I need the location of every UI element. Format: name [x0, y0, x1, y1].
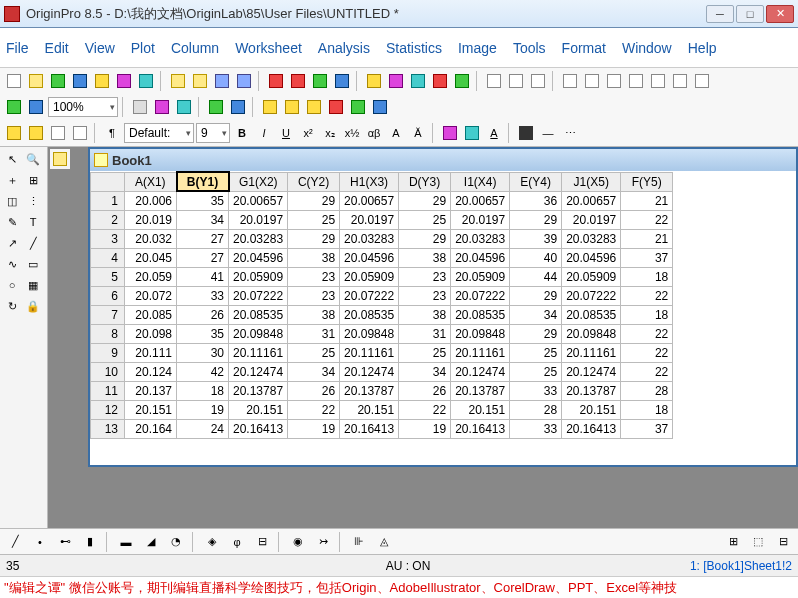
cell[interactable]: 20.12474: [562, 362, 621, 381]
cell[interactable]: 20.00657: [340, 191, 399, 210]
cell[interactable]: 25: [399, 210, 451, 229]
cell[interactable]: 18: [621, 267, 673, 286]
cell[interactable]: 20.07222: [340, 286, 399, 305]
arrange4-button[interactable]: [626, 71, 646, 91]
cell[interactable]: 25: [288, 210, 340, 229]
dash-button[interactable]: ⋯: [560, 123, 580, 143]
cell[interactable]: 20.164: [125, 419, 177, 438]
bold-button[interactable]: B: [232, 123, 252, 143]
cell[interactable]: 20.03283: [340, 229, 399, 248]
cell[interactable]: 29: [510, 324, 562, 343]
cell[interactable]: 38: [288, 305, 340, 324]
cell[interactable]: 34: [288, 362, 340, 381]
cell[interactable]: 28: [621, 381, 673, 400]
zoom-tool[interactable]: 🔍: [23, 149, 43, 169]
cell[interactable]: 20.03283: [451, 229, 510, 248]
col-header-E(Y4)[interactable]: E(Y4): [510, 172, 562, 191]
cell[interactable]: 26: [399, 381, 451, 400]
col-header-A(X1)[interactable]: A(X1): [125, 172, 177, 191]
cell[interactable]: 20.16413: [451, 419, 510, 438]
cell[interactable]: 20.0197: [229, 210, 288, 229]
cell[interactable]: 33: [177, 286, 229, 305]
cell[interactable]: 20.006: [125, 191, 177, 210]
cell[interactable]: 22: [621, 343, 673, 362]
row-header[interactable]: 2: [91, 210, 125, 229]
import-ascii-button[interactable]: [288, 71, 308, 91]
fontsize-combo[interactable]: 9: [196, 123, 230, 143]
menu-window[interactable]: Window: [622, 39, 672, 57]
layout3-button[interactable]: [528, 71, 548, 91]
layout2-button[interactable]: [506, 71, 526, 91]
workbook-titlebar[interactable]: Book1: [90, 149, 796, 171]
cell[interactable]: 41: [177, 267, 229, 286]
cell[interactable]: 20.04596: [229, 248, 288, 267]
wks3-button[interactable]: [304, 97, 324, 117]
print-button[interactable]: [130, 97, 150, 117]
plot-scatter-button[interactable]: •: [29, 532, 51, 552]
cell[interactable]: 20.137: [125, 381, 177, 400]
cell[interactable]: 34: [399, 362, 451, 381]
col-header-H1(X3)[interactable]: H1(X3): [340, 172, 399, 191]
cell[interactable]: 21: [621, 229, 673, 248]
custom3-button[interactable]: [452, 71, 472, 91]
cell[interactable]: 28: [510, 400, 562, 419]
new-graph-button[interactable]: [70, 71, 90, 91]
cell[interactable]: 29: [399, 191, 451, 210]
row-header[interactable]: 13: [91, 419, 125, 438]
cell[interactable]: 20.11161: [562, 343, 621, 362]
reimport-button[interactable]: [332, 71, 352, 91]
new-notes-button[interactable]: [136, 71, 156, 91]
cell[interactable]: 22: [399, 400, 451, 419]
row-header[interactable]: 8: [91, 324, 125, 343]
cell[interactable]: 20.019: [125, 210, 177, 229]
plot-column-button[interactable]: ▮: [79, 532, 101, 552]
cell[interactable]: 20.09848: [229, 324, 288, 343]
fmt4-button[interactable]: [70, 123, 90, 143]
cell[interactable]: 19: [177, 400, 229, 419]
col-header-F(Y5)[interactable]: F(Y5): [621, 172, 673, 191]
wks4-button[interactable]: [326, 97, 346, 117]
new-matrix-button[interactable]: [92, 71, 112, 91]
cell[interactable]: 20.13787: [562, 381, 621, 400]
cell[interactable]: 31: [399, 324, 451, 343]
workbook-window[interactable]: Book1 A(X1)B(Y1)G1(X2)C(Y2)H1(X3)D(Y3)I1…: [88, 147, 798, 467]
cell[interactable]: 33: [510, 419, 562, 438]
cell[interactable]: 37: [621, 419, 673, 438]
cell[interactable]: 22: [621, 286, 673, 305]
cell[interactable]: 18: [177, 381, 229, 400]
save-template-button[interactable]: [234, 71, 254, 91]
arrange5-button[interactable]: [648, 71, 668, 91]
cell[interactable]: 20.09848: [451, 324, 510, 343]
plot-hist-button[interactable]: ⊪: [348, 532, 370, 552]
plot-surface-button[interactable]: ◬: [373, 532, 395, 552]
nav-button[interactable]: [26, 97, 46, 117]
cell[interactable]: 26: [177, 305, 229, 324]
cell[interactable]: 20.12474: [451, 362, 510, 381]
cell[interactable]: 20.00657: [229, 191, 288, 210]
cell[interactable]: 29: [399, 229, 451, 248]
line-color-button[interactable]: [462, 123, 482, 143]
cell[interactable]: 38: [288, 248, 340, 267]
cell[interactable]: 25: [510, 343, 562, 362]
arrange7-button[interactable]: [692, 71, 712, 91]
worksheet-grid[interactable]: A(X1)B(Y1)G1(X2)C(Y2)H1(X3)D(Y3)I1(X4)E(…: [90, 171, 796, 465]
row-header[interactable]: 12: [91, 400, 125, 419]
cell[interactable]: 20.05909: [340, 267, 399, 286]
rect-tool[interactable]: ▭: [23, 254, 43, 274]
cell[interactable]: 20.0197: [340, 210, 399, 229]
cell[interactable]: 20.04596: [340, 248, 399, 267]
circle-tool[interactable]: ○: [2, 275, 22, 295]
data-selector-tool[interactable]: ◫: [2, 191, 22, 211]
menu-view[interactable]: View: [85, 39, 115, 57]
print-preview-button[interactable]: [152, 97, 172, 117]
region-tool[interactable]: ▦: [23, 275, 43, 295]
row-header[interactable]: 7: [91, 305, 125, 324]
arrange-h-button[interactable]: ⬚: [747, 532, 769, 552]
custom2-button[interactable]: [430, 71, 450, 91]
cell[interactable]: 20.151: [562, 400, 621, 419]
wks6-button[interactable]: [370, 97, 390, 117]
arrange-v-button[interactable]: ⊟: [772, 532, 794, 552]
cell[interactable]: 20.085: [125, 305, 177, 324]
menu-image[interactable]: Image: [458, 39, 497, 57]
cell[interactable]: 20.16413: [562, 419, 621, 438]
